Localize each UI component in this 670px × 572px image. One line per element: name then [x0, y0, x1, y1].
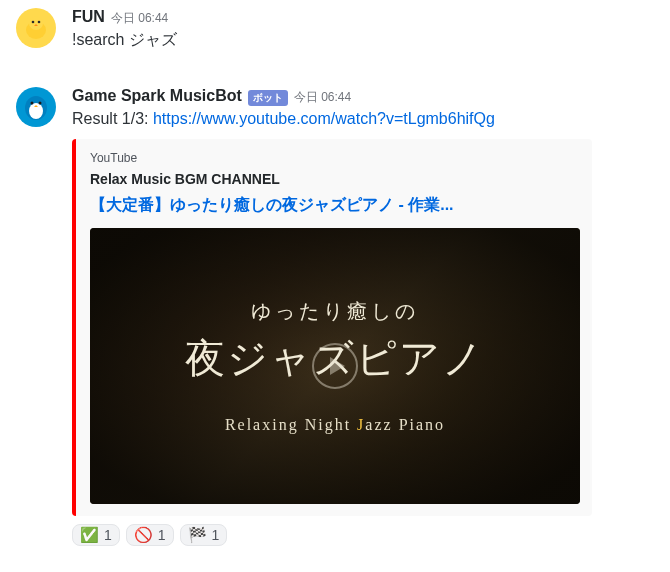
reaction-flag[interactable]: 🏁 1 — [180, 524, 228, 546]
username[interactable]: Game Spark MusicBot — [72, 87, 242, 105]
message-body: Game Spark MusicBot ボット 今日 06:44 Result … — [72, 87, 654, 545]
timestamp: 今日 06:44 — [294, 89, 351, 106]
chick-icon — [22, 14, 50, 42]
thumb-subtitle: ゆったり癒しの — [251, 298, 419, 325]
svg-point-7 — [31, 102, 34, 105]
no-entry-icon: 🚫 — [134, 527, 153, 542]
svg-point-1 — [29, 16, 43, 30]
video-thumbnail[interactable]: ゆったり癒しの 夜ジャズピアノ Relaxing Night Jazz Pian… — [90, 228, 580, 504]
embed-author[interactable]: Relax Music BGM CHANNEL — [90, 171, 578, 187]
result-prefix: Result 1/3: — [72, 110, 153, 127]
flag-icon: 🏁 — [188, 527, 207, 542]
embed-provider: YouTube — [90, 151, 578, 165]
reaction-count: 1 — [158, 527, 166, 543]
embed: YouTube Relax Music BGM CHANNEL 【大定番】ゆった… — [72, 139, 592, 516]
timestamp: 今日 06:44 — [111, 10, 168, 27]
bot-tag: ボット — [248, 90, 288, 106]
username[interactable]: FUN — [72, 8, 105, 26]
reactions: ✅ 1 🚫 1 🏁 1 — [72, 524, 654, 546]
message-header: Game Spark MusicBot ボット 今日 06:44 — [72, 87, 654, 106]
svg-point-3 — [38, 21, 41, 24]
reaction-count: 1 — [104, 527, 112, 543]
reaction-check[interactable]: ✅ 1 — [72, 524, 120, 546]
message-content: Result 1/3: https://www.youtube.com/watc… — [72, 108, 654, 130]
message-bot: Game Spark MusicBot ボット 今日 06:44 Result … — [0, 79, 670, 549]
svg-point-8 — [39, 102, 42, 105]
svg-point-2 — [32, 21, 35, 24]
message-content: !search ジャズ — [72, 29, 654, 51]
play-icon[interactable] — [312, 343, 358, 389]
check-icon: ✅ — [80, 527, 99, 542]
reaction-count: 1 — [212, 527, 220, 543]
reaction-no[interactable]: 🚫 1 — [126, 524, 174, 546]
svg-marker-11 — [330, 357, 345, 375]
message-header: FUN 今日 06:44 — [72, 8, 654, 27]
thumb-english: Relaxing Night Jazz Piano — [225, 416, 445, 434]
embed-title[interactable]: 【大定番】ゆったり癒しの夜ジャズピアノ - 作業... — [90, 195, 578, 216]
avatar[interactable] — [16, 8, 56, 48]
penguin-icon — [21, 92, 51, 122]
result-link[interactable]: https://www.youtube.com/watch?v=tLgmb6hi… — [153, 110, 495, 127]
avatar[interactable] — [16, 87, 56, 127]
message-user: FUN 今日 06:44 !search ジャズ — [0, 0, 670, 55]
message-body: FUN 今日 06:44 !search ジャズ — [72, 8, 654, 51]
